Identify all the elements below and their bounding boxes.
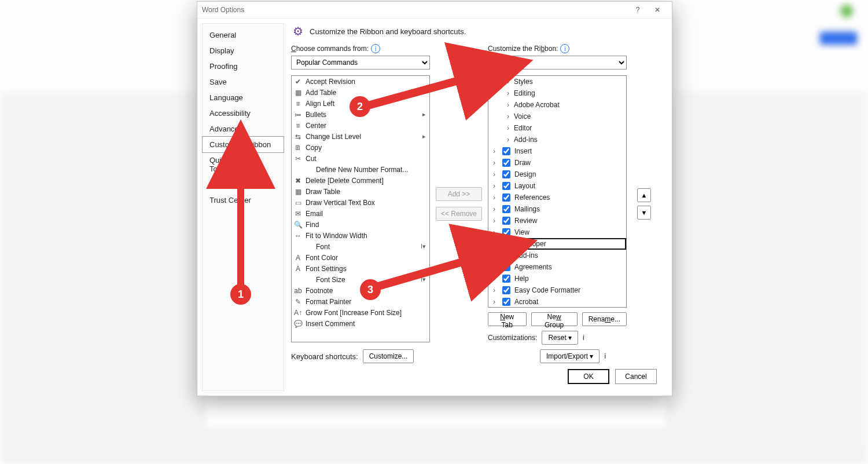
tab-visible-checkbox[interactable] <box>502 240 510 248</box>
tree-twisty-icon[interactable]: › <box>491 228 498 236</box>
commands-listbox[interactable]: ✔Accept Revision▦Add Table▸≡Align Left≔B… <box>291 75 430 342</box>
tree-twisty-icon[interactable]: › <box>505 136 512 144</box>
ribbon-tab-adobe-acrobat[interactable]: ›Adobe Acrobat <box>488 99 626 111</box>
tab-visible-checkbox[interactable] <box>502 263 510 271</box>
tab-visible-checkbox[interactable] <box>502 193 510 202</box>
ribbon-tab-voice[interactable]: ›Voice <box>488 111 626 122</box>
options-category-general[interactable]: General <box>203 27 284 43</box>
tab-visible-checkbox[interactable] <box>502 170 510 178</box>
move-down-button[interactable]: ▼ <box>637 206 651 220</box>
ribbon-tab-editor[interactable]: ›Editor <box>488 122 626 134</box>
command-item[interactable]: abFootnote <box>292 285 429 296</box>
options-category-language[interactable]: Language <box>203 90 284 105</box>
tab-visible-checkbox[interactable] <box>502 286 510 294</box>
command-item[interactable]: AFont Color <box>292 252 429 263</box>
ribbon-tab-view[interactable]: ›View <box>488 226 626 238</box>
ribbon-tab-draw[interactable]: ›Draw <box>488 157 626 169</box>
tree-twisty-icon[interactable]: › <box>491 275 498 283</box>
ribbon-tab-acrobat[interactable]: ›Acrobat <box>488 296 626 308</box>
ribbon-tab-layout[interactable]: ›Layout <box>488 180 626 192</box>
tree-twisty-icon[interactable]: › <box>491 182 498 190</box>
tab-visible-checkbox[interactable] <box>502 228 510 236</box>
command-item[interactable]: Font SizeI▾ <box>292 274 429 285</box>
command-item[interactable]: 🗎Copy <box>292 142 429 153</box>
ribbon-tab-design[interactable]: ›Design <box>488 169 626 180</box>
command-item[interactable]: ⇆Change List Level▸ <box>292 131 429 142</box>
tree-twisty-icon[interactable]: › <box>505 101 512 109</box>
ribbon-tab-add-ins[interactable]: Add-ins <box>488 250 626 261</box>
tree-twisty-icon[interactable]: › <box>491 193 498 202</box>
ribbon-tab-developer[interactable]: Developer <box>488 238 626 250</box>
tree-twisty-icon[interactable]: › <box>491 147 498 155</box>
tab-visible-checkbox[interactable] <box>502 205 510 213</box>
tree-twisty-icon[interactable]: › <box>505 78 512 86</box>
options-category-proofing[interactable]: Proofing <box>203 59 284 74</box>
options-category-quick-access-toolbar[interactable]: Quick Access Toolbar <box>203 152 284 177</box>
command-item[interactable]: 🔍Find <box>292 219 429 230</box>
options-category-advanced[interactable]: Advanced <box>203 121 284 137</box>
command-item[interactable]: ▦Draw Table <box>292 186 429 197</box>
help-button[interactable]: ? <box>628 2 648 18</box>
command-item[interactable]: ✎Format Painter <box>292 296 429 307</box>
import-export-button[interactable]: Import/Export ▾ <box>540 349 599 363</box>
reset-button[interactable]: Reset ▾ <box>542 331 578 345</box>
cancel-button[interactable]: Cancel <box>615 369 657 384</box>
info-icon[interactable]: i <box>604 352 606 360</box>
tree-twisty-icon[interactable]: › <box>491 217 498 225</box>
tab-visible-checkbox[interactable] <box>502 159 510 167</box>
ribbon-tab-editing[interactable]: ›Editing <box>488 87 626 99</box>
ribbon-tab-help[interactable]: ›Help <box>488 273 626 284</box>
remove-button[interactable]: << Remove <box>436 207 482 221</box>
info-icon[interactable]: i <box>371 44 380 53</box>
tree-twisty-icon[interactable]: › <box>505 124 512 132</box>
ribbon-tab-easy-code-formatter[interactable]: ›Easy Code Formatter <box>488 284 626 296</box>
command-item[interactable]: ≡Align Left <box>292 98 429 109</box>
options-category-accessibility[interactable]: Accessibility <box>203 105 284 121</box>
tab-visible-checkbox[interactable] <box>502 147 510 155</box>
tree-twisty-icon[interactable]: › <box>491 159 498 167</box>
options-category-save[interactable]: Save <box>203 74 284 90</box>
tree-twisty-icon[interactable]: › <box>491 286 498 294</box>
customize-keyboard-button[interactable]: Customize... <box>363 349 414 363</box>
tree-twisty-icon[interactable]: › <box>491 170 498 178</box>
tree-twisty-icon[interactable]: › <box>505 112 512 120</box>
ribbon-tab-add-ins[interactable]: ›Add-ins <box>488 134 626 145</box>
command-item[interactable]: Define New Number Format... <box>292 164 429 175</box>
info-icon[interactable]: i <box>583 334 584 342</box>
command-item[interactable]: ▦Add Table▸ <box>292 87 429 98</box>
command-item[interactable]: ≔Bullets▸ <box>292 109 429 120</box>
info-icon[interactable]: i <box>560 44 569 53</box>
tab-visible-checkbox[interactable] <box>502 217 510 225</box>
tab-visible-checkbox[interactable] <box>502 251 510 260</box>
tree-twisty-icon[interactable]: › <box>505 89 512 97</box>
customize-ribbon-combo[interactable]: Main Tabs <box>488 56 627 70</box>
command-item[interactable]: ✂Cut <box>292 153 429 164</box>
ribbon-tree[interactable]: ›Styles›Editing›Adobe Acrobat›Voice›Edit… <box>488 75 627 308</box>
ribbon-tab-review[interactable]: ›Review <box>488 215 626 226</box>
tab-visible-checkbox[interactable] <box>502 182 510 190</box>
command-item[interactable]: ✉Email <box>292 208 429 219</box>
ribbon-tab-styles[interactable]: ›Styles <box>488 76 626 87</box>
choose-commands-combo[interactable]: Popular Commands <box>291 56 430 70</box>
add-button[interactable]: Add >> <box>436 187 482 201</box>
options-category-trust-center[interactable]: Trust Center <box>203 192 284 208</box>
close-button[interactable]: ✕ <box>648 2 667 18</box>
ok-button[interactable]: OK <box>568 369 609 384</box>
ribbon-tab-agreements[interactable]: Agreements <box>488 261 626 273</box>
command-item[interactable]: ↔Fit to Window Width <box>292 230 429 241</box>
new-group-button[interactable]: New Group <box>531 312 578 326</box>
tab-visible-checkbox[interactable] <box>502 298 510 306</box>
command-item[interactable]: FontI▾ <box>292 241 429 252</box>
command-item[interactable]: ✖Delete [Delete Comment] <box>292 175 429 186</box>
command-item[interactable]: ✔Accept Revision <box>292 76 429 87</box>
command-item[interactable]: ▭Draw Vertical Text Box <box>292 197 429 208</box>
new-tab-button[interactable]: New Tab <box>488 312 527 326</box>
options-category-add-ins[interactable]: Add-ins <box>203 177 284 192</box>
command-item[interactable]: ≡Center <box>292 120 429 131</box>
command-item[interactable]: 💬Insert Comment <box>292 318 429 329</box>
rename-button[interactable]: Rename... <box>582 312 627 326</box>
options-category-display[interactable]: Display <box>203 43 284 59</box>
ribbon-tab-mailings[interactable]: ›Mailings <box>488 203 626 215</box>
move-up-button[interactable]: ▲ <box>637 188 651 202</box>
command-item[interactable]: A↑Grow Font [Increase Font Size] <box>292 307 429 318</box>
